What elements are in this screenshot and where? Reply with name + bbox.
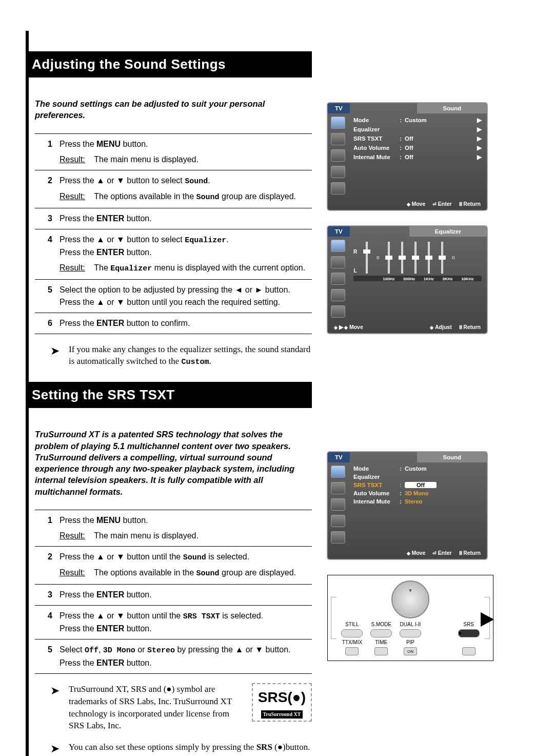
step-1: 1 Press the MENU button. Result: The mai… (35, 133, 312, 170)
dpad-icon (391, 580, 429, 618)
eq-slider (412, 242, 419, 274)
step2-3: 3 Press the ENTER button. (35, 585, 312, 606)
osd-icon (331, 289, 345, 301)
remote-illustration: STILL S.MODE DUAL I-II SRS ● TTX/MIX TIM… (327, 575, 493, 661)
remote-button (374, 647, 388, 655)
osd-icon (331, 240, 345, 252)
section2-intro: TruSurround XT is a patented SRS technol… (35, 429, 312, 497)
remote-button (341, 629, 363, 637)
eq-slider (385, 242, 392, 274)
srs-logo: SRS(●) TruSurround XT (252, 683, 312, 722)
osd-sound-2: TV Sound Mode:Custom Equalizer SRS TSXT:… (327, 452, 487, 559)
osd-icon (331, 256, 345, 268)
osd-icon (331, 182, 345, 195)
eq-slider (399, 242, 406, 274)
eq-slider (439, 242, 446, 274)
step2-2: 2 Press the ▲ or ▼ button until the Soun… (35, 547, 312, 585)
section2-note1: ➤ TruSurround XT, SRS and (●) symbol are… (35, 674, 312, 741)
osd-icon (331, 133, 345, 145)
note-arrow-icon: ➤ (50, 683, 60, 732)
osd-icon (331, 515, 345, 527)
step-2: 2 Press the ▲ or ▼ button to select Soun… (35, 170, 312, 208)
eq-slider (425, 242, 432, 274)
osd-icon (331, 273, 345, 285)
osd-icon (331, 482, 345, 494)
section1-steps: 1 Press the MENU button. Result: The mai… (35, 133, 312, 334)
section1-note: ➤ If you make any changes to the equaliz… (35, 334, 312, 377)
section2-steps: 1 Press the MENU button. Result: The mai… (35, 510, 312, 674)
remote-button (345, 647, 359, 655)
remote-button (404, 647, 417, 655)
note-arrow-icon: ➤ (50, 343, 60, 368)
right-column: TV Sound Mode:Custom▶ Equalizer▶ SRS TSX… (327, 31, 512, 756)
step-4: 4 Press the ▲ or ▼ button to select Equa… (35, 229, 312, 280)
step-5: 5 Select the option to be adjusted by pr… (35, 280, 312, 313)
pointer-arrow-icon (481, 612, 494, 627)
osd-icon (331, 466, 345, 478)
osd-icon (331, 117, 345, 129)
remote-button (400, 629, 421, 637)
step-6: 6 Press the ENTER button to confirm. (35, 313, 312, 334)
step-3: 3 Press the ENTER button. (35, 208, 312, 229)
osd-icon (331, 531, 345, 544)
step2-5: 5 Select Off, 3D Mono or Stereo by press… (35, 639, 312, 674)
osd-icon (331, 498, 345, 511)
remote-button (370, 629, 392, 637)
step2-4: 4 Press the ▲ or ▼ button until the SRS … (35, 606, 312, 640)
note-arrow-icon: ➤ (50, 741, 60, 756)
step2-1: 1 Press the MENU button. Result: The mai… (35, 510, 312, 547)
remote-button-srs: ● (458, 629, 480, 637)
remote-button (462, 647, 476, 655)
section1-intro: The sound settings can be adjusted to su… (35, 98, 312, 121)
osd-sound-1: TV Sound Mode:Custom▶ Equalizer▶ SRS TSX… (327, 103, 487, 210)
osd-icon (331, 305, 345, 318)
section2-note2: ➤ You can also set these options simply … (35, 741, 312, 756)
section1-title: Adjusting the Sound Settings (26, 51, 312, 77)
osd-icon (331, 149, 345, 162)
osd-icon (331, 166, 345, 178)
eq-slider (363, 242, 370, 274)
section2-title: Setting the SRS TSXT (26, 382, 312, 408)
left-column: Adjusting the Sound Settings The sound s… (26, 31, 312, 756)
osd-equalizer: TV Equalizer RL 0 (327, 226, 487, 334)
